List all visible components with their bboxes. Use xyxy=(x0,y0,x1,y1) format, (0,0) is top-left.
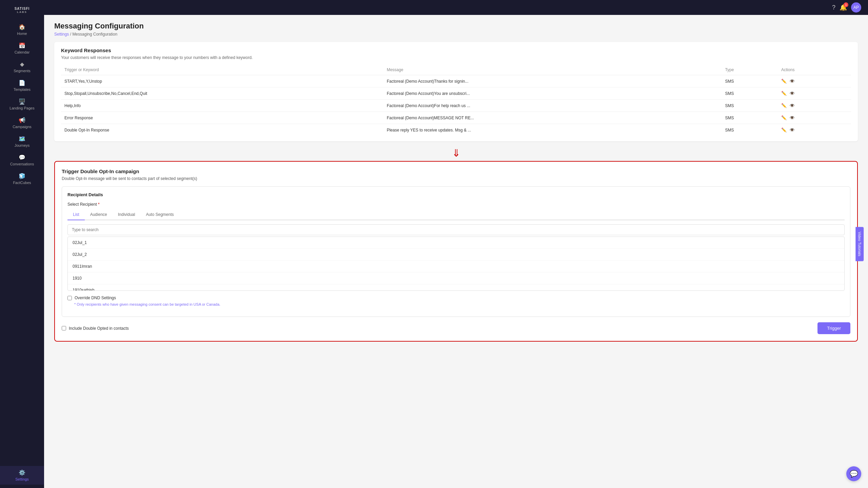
view-icon[interactable]: 👁️ xyxy=(789,103,795,108)
main-content: ? 🔔 1 AP Messaging Configuration Setting… xyxy=(44,0,868,488)
recipient-details: Recipient Details Select Recipient * Lis… xyxy=(62,186,850,317)
sidebar-item-factcubes[interactable]: 🧊 FactCubes xyxy=(0,169,44,188)
recipient-dropdown-list: 02Jul_102Jul_20911Imran19101910sathish xyxy=(67,237,845,291)
topbar: ? 🔔 1 AP xyxy=(44,0,868,15)
edit-icon[interactable]: ✏️ xyxy=(781,103,787,108)
tab-individual[interactable]: Individual xyxy=(113,209,141,220)
templates-icon: 📄 xyxy=(19,80,25,86)
trigger-cell: Stop,Stopall,Unsubscribe,No,Cancel,End,Q… xyxy=(61,87,383,100)
breadcrumb: Settings / Messaging Configuration xyxy=(54,32,858,37)
down-arrow-icon: ⇓ xyxy=(452,148,460,158)
list-item[interactable]: 0911Imran xyxy=(68,261,844,272)
table-row: Help,Info Factoreal (Demo Account)For he… xyxy=(61,100,851,112)
trigger-panel-desc: Double Opt-In message will be sent to co… xyxy=(62,176,850,181)
keyword-responses-section: Keyword Responses Your customers will re… xyxy=(54,42,858,141)
include-double-opted-checkbox[interactable] xyxy=(62,326,66,330)
avatar[interactable]: AP xyxy=(851,2,861,13)
list-item[interactable]: 02Jul_2 xyxy=(68,249,844,261)
sidebar-item-calendar[interactable]: 📅 Calendar xyxy=(0,39,44,58)
list-item[interactable]: 02Jul_1 xyxy=(68,237,844,249)
home-icon: 🏠 xyxy=(19,24,25,30)
message-cell: Factoreal (Demo Account)MESSAGE NOT RE..… xyxy=(383,112,722,124)
list-item[interactable]: 1910 xyxy=(68,272,844,284)
sidebar-item-journeys[interactable]: 🗺️ Journeys xyxy=(0,132,44,151)
arrow-container: ⇓ xyxy=(54,148,858,158)
trigger-cell: Help,Info xyxy=(61,100,383,112)
tab-auto-segments[interactable]: Auto Segments xyxy=(140,209,179,220)
message-cell: Factoreal (Demo Account)Thanks for signi… xyxy=(383,75,722,87)
tab-audience[interactable]: Audience xyxy=(85,209,113,220)
sidebar: SATISFI LABS 🏠 Home 📅 Calendar ◆ Segment… xyxy=(0,0,44,488)
actions-cell: ✏️ 👁️ xyxy=(778,87,851,100)
campaigns-icon: 📢 xyxy=(19,117,25,123)
topbar-icons: ? 🔔 1 AP xyxy=(832,2,861,13)
trigger-cell: Double Opt-In Response xyxy=(61,124,383,136)
recipient-tabs: List Audience Individual Auto Segments xyxy=(67,209,845,220)
required-indicator: * xyxy=(98,202,100,207)
override-dnd-checkbox[interactable] xyxy=(67,296,72,300)
notification-badge: 1 xyxy=(844,2,848,7)
edit-icon[interactable]: ✏️ xyxy=(781,91,787,96)
message-cell: Please reply YES to receive updates. Msg… xyxy=(383,124,722,136)
settings-icon: ⚙️ xyxy=(19,469,25,476)
chat-fab[interactable]: 💬 xyxy=(846,466,861,481)
sidebar-item-segments[interactable]: ◆ Segments xyxy=(0,58,44,76)
col-actions: Actions xyxy=(778,65,851,75)
calendar-icon: 📅 xyxy=(19,42,25,49)
edit-icon[interactable]: ✏️ xyxy=(781,127,787,133)
sidebar-item-landing-pages[interactable]: 🖥️ Landing Pages xyxy=(0,95,44,114)
notification-icon[interactable]: 🔔 1 xyxy=(840,4,847,11)
trigger-button[interactable]: Trigger xyxy=(817,322,850,334)
actions-cell: ✏️ 👁️ xyxy=(778,75,851,87)
col-trigger: Trigger or Keyword xyxy=(61,65,383,75)
trigger-panel: Trigger Double Opt-In campaign Double Op… xyxy=(54,161,858,342)
trigger-cell: Error Response xyxy=(61,112,383,124)
type-cell: SMS xyxy=(722,75,778,87)
actions-cell: ✏️ 👁️ xyxy=(778,100,851,112)
breadcrumb-settings-link[interactable]: Settings xyxy=(54,32,69,37)
segments-icon: ◆ xyxy=(20,61,24,67)
edit-icon[interactable]: ✏️ xyxy=(781,115,787,120)
override-dnd-label[interactable]: Override DND Settings xyxy=(75,296,116,300)
search-input[interactable] xyxy=(67,224,845,235)
view-icon[interactable]: 👁️ xyxy=(789,115,795,120)
message-cell: Factoreal (Demo Account)You are unsubscr… xyxy=(383,87,722,100)
table-row: START,Yes,Y,Unstop Factoreal (Demo Accou… xyxy=(61,75,851,87)
keyword-responses-desc: Your customers will receive these respon… xyxy=(61,55,851,60)
view-icon[interactable]: 👁️ xyxy=(789,79,795,84)
keyword-responses-title: Keyword Responses xyxy=(61,47,851,53)
sidebar-item-templates[interactable]: 📄 Templates xyxy=(0,76,44,95)
sidebar-item-conversations[interactable]: 💬 Conversations xyxy=(0,151,44,169)
bottom-actions: Include Double Opted in contacts Trigger xyxy=(62,322,850,334)
type-cell: SMS xyxy=(722,100,778,112)
landing-pages-icon: 🖥️ xyxy=(19,98,25,105)
journeys-icon: 🗺️ xyxy=(19,136,25,142)
override-dnd-row: Override DND Settings xyxy=(67,296,845,300)
type-cell: SMS xyxy=(722,124,778,136)
table-row: Error Response Factoreal (Demo Account)M… xyxy=(61,112,851,124)
page-title: Messaging Configuration xyxy=(54,22,858,30)
sidebar-item-home[interactable]: 🏠 Home xyxy=(0,20,44,39)
sidebar-item-settings[interactable]: ⚙️ Settings xyxy=(0,466,44,485)
page-content: Messaging Configuration Settings / Messa… xyxy=(44,15,868,488)
include-label-row: Include Double Opted in contacts xyxy=(62,326,129,331)
list-item[interactable]: 1910sathish xyxy=(68,284,844,291)
view-icon[interactable]: 👁️ xyxy=(789,127,795,133)
logo: SATISFI LABS xyxy=(15,3,30,20)
type-cell: SMS xyxy=(722,87,778,100)
table-row: Stop,Stopall,Unsubscribe,No,Cancel,End,Q… xyxy=(61,87,851,100)
type-cell: SMS xyxy=(722,112,778,124)
message-cell: Factoreal (Demo Account)For help reach u… xyxy=(383,100,722,112)
help-icon[interactable]: ? xyxy=(832,4,835,11)
factcubes-icon: 🧊 xyxy=(19,173,25,179)
view-icon[interactable]: 👁️ xyxy=(789,91,795,96)
col-message: Message xyxy=(383,65,722,75)
conversations-icon: 💬 xyxy=(19,154,25,161)
sidebar-item-campaigns[interactable]: 📢 Campaigns xyxy=(0,114,44,132)
table-row: Double Opt-In Response Please reply YES … xyxy=(61,124,851,136)
tab-list[interactable]: List xyxy=(67,209,85,220)
video-tutorials-tab[interactable]: Video Tutorials xyxy=(856,227,864,261)
actions-cell: ✏️ 👁️ xyxy=(778,124,851,136)
col-type: Type xyxy=(722,65,778,75)
edit-icon[interactable]: ✏️ xyxy=(781,79,787,84)
